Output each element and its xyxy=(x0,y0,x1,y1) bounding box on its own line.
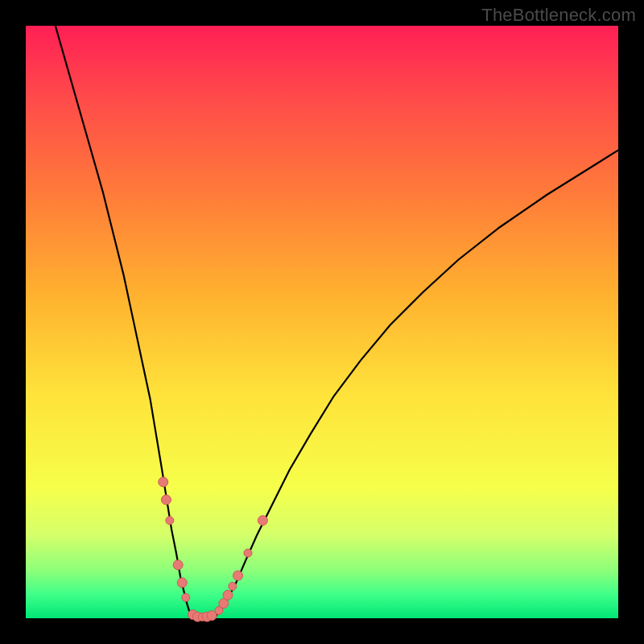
data-marker xyxy=(182,593,190,601)
data-marker xyxy=(161,495,171,505)
data-marker xyxy=(229,582,237,590)
plot-area xyxy=(26,26,618,618)
chart-frame: TheBottleneck.com xyxy=(0,0,644,644)
data-marker xyxy=(244,549,252,557)
curve-layer xyxy=(26,26,618,618)
curve-left-branch xyxy=(56,26,192,617)
data-marker xyxy=(258,516,267,526)
data-marker xyxy=(233,571,242,580)
data-marker xyxy=(159,477,168,487)
data-marker xyxy=(166,517,174,525)
data-marker xyxy=(173,560,183,570)
curve-right-branch xyxy=(216,151,618,617)
watermark-text: TheBottleneck.com xyxy=(481,5,636,26)
data-marker xyxy=(223,590,233,600)
data-marker xyxy=(177,578,187,588)
